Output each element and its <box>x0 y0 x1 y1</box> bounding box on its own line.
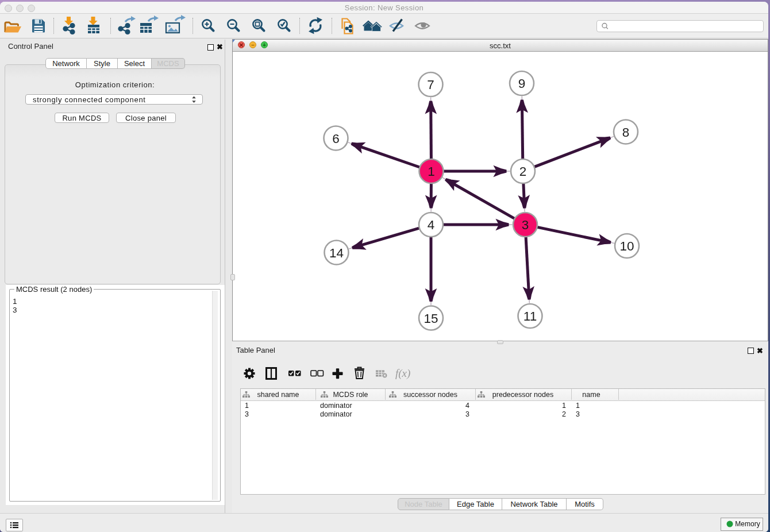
svg-text:3: 3 <box>522 218 529 232</box>
svg-text:6: 6 <box>332 131 340 145</box>
svg-text:7: 7 <box>427 78 434 92</box>
svg-text:9: 9 <box>518 76 526 91</box>
svg-text:1: 1 <box>428 164 435 179</box>
svg-text:8: 8 <box>622 125 630 139</box>
svg-text:2: 2 <box>519 164 527 179</box>
svg-text:f(x): f(x) <box>395 367 410 380</box>
svg-text:15: 15 <box>424 311 438 325</box>
svg-text:10: 10 <box>619 239 634 253</box>
svg-text:4: 4 <box>428 218 435 232</box>
svg-text:11: 11 <box>523 309 537 323</box>
svg-text:14: 14 <box>329 245 344 260</box>
